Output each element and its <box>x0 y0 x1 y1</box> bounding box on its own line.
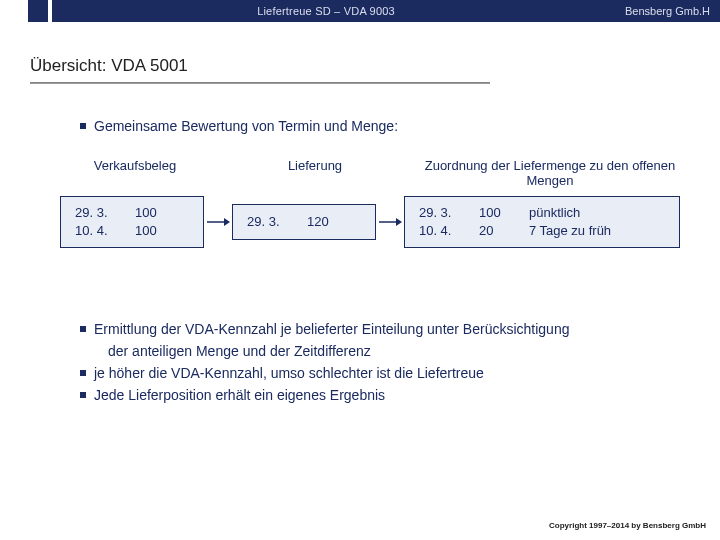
diagram-row: 29. 3. 10. 4. 100 100 29. 3. <box>60 196 680 248</box>
diagram: Verkaufsbeleg Lieferung Zuordnung der Li… <box>60 158 680 248</box>
label-verkaufsbeleg: Verkaufsbeleg <box>60 158 210 188</box>
topbar-gap <box>0 0 28 22</box>
zu-result-1: pünktlich <box>529 204 665 222</box>
intro-bullet: Gemeinsame Bewertung von Termin und Meng… <box>80 118 680 134</box>
zu-qty-1: 100 <box>479 204 529 222</box>
vb-date-1: 29. 3. <box>75 204 135 222</box>
diagram-labels: Verkaufsbeleg Lieferung Zuordnung der Li… <box>60 158 680 188</box>
vb-date-2: 10. 4. <box>75 222 135 240</box>
bullet-square-icon <box>80 392 86 398</box>
box-lieferung: 29. 3. 120 <box>232 204 376 240</box>
zu-date-1: 29. 3. <box>419 204 479 222</box>
copyright: Copyright 1997–2014 by Bensberg GmbH <box>549 521 706 530</box>
bullet-square-icon <box>80 123 86 129</box>
page-title: Übersicht: VDA 5001 <box>30 56 720 76</box>
topbar-company: Bensberg Gmb.H <box>600 5 720 17</box>
topbar-title: Liefertreue SD – VDA 9003 <box>52 5 600 17</box>
body: Gemeinsame Bewertung von Termin und Meng… <box>0 84 720 406</box>
bullet-item: Ermittlung der VDA-Kennzahl je beliefert… <box>80 318 680 362</box>
label-zuordnung: Zuordnung der Liefermenge zu den offenen… <box>420 158 680 188</box>
zu-result-2: 7 Tage zu früh <box>529 222 665 240</box>
box-zuordnung: 29. 3. 10. 4. 100 20 pünktlich 7 Tage zu… <box>404 196 680 248</box>
title-area: Übersicht: VDA 5001 <box>0 22 720 84</box>
bullet-square-icon <box>80 326 86 332</box>
topbar-main: Liefertreue SD – VDA 9003 Bensberg Gmb.H <box>52 0 720 22</box>
bullet-1-line-1: Ermittlung der VDA-Kennzahl je beliefert… <box>94 321 569 337</box>
bullet-list: Ermittlung der VDA-Kennzahl je beliefert… <box>80 318 680 406</box>
topbar: Liefertreue SD – VDA 9003 Bensberg Gmb.H <box>0 0 720 22</box>
bullet-2: je höher die VDA-Kennzahl, umso schlecht… <box>94 362 680 384</box>
bullet-item: je höher die VDA-Kennzahl, umso schlecht… <box>80 362 680 384</box>
lf-qty: 120 <box>307 213 347 231</box>
svg-marker-1 <box>224 218 230 226</box>
svg-marker-3 <box>396 218 402 226</box>
label-lieferung: Lieferung <box>240 158 390 188</box>
bullet-3: Jede Lieferposition erhält ein eigenes E… <box>94 384 680 406</box>
zu-date-2: 10. 4. <box>419 222 479 240</box>
slide: Liefertreue SD – VDA 9003 Bensberg Gmb.H… <box>0 0 720 540</box>
vb-qty-1: 100 <box>135 204 185 222</box>
bullet-square-icon <box>80 370 86 376</box>
bullet-item: Jede Lieferposition erhält ein eigenes E… <box>80 384 680 406</box>
lf-date: 29. 3. <box>247 213 307 231</box>
arrow-icon <box>204 216 232 228</box>
arrow-icon <box>376 216 404 228</box>
zu-qty-2: 20 <box>479 222 529 240</box>
vb-qty-2: 100 <box>135 222 185 240</box>
intro-text: Gemeinsame Bewertung von Termin und Meng… <box>94 118 398 134</box>
topbar-accent <box>28 0 48 22</box>
box-verkaufsbeleg: 29. 3. 10. 4. 100 100 <box>60 196 204 248</box>
bullet-1-line-2: der anteiligen Menge und der Zeitdiffere… <box>108 343 371 359</box>
